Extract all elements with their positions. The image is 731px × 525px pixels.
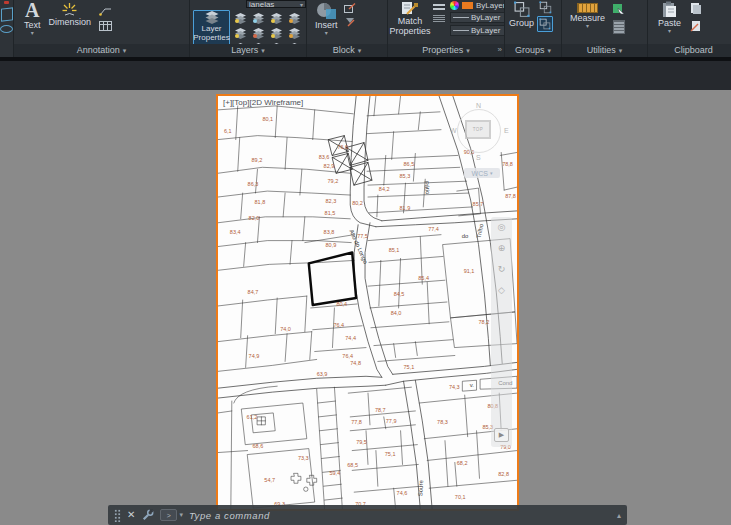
wcs-label: WCS bbox=[472, 170, 488, 177]
insert-button[interactable]: Insert ▾ bbox=[315, 0, 338, 36]
layer-unisolate-button[interactable] bbox=[268, 26, 284, 40]
chevron-down-icon: ▾ bbox=[261, 47, 265, 54]
viewcube-top-face[interactable]: TOP bbox=[465, 120, 491, 139]
paste-icon bbox=[662, 1, 677, 18]
block-attributes-button[interactable] bbox=[344, 17, 356, 28]
chevron-down-icon: ▾ bbox=[179, 511, 183, 519]
parcel-elevation-label: 78,7 bbox=[375, 407, 386, 413]
match-properties-label: Match Properties bbox=[390, 16, 431, 36]
layer-properties-button[interactable]: Layer Properties bbox=[193, 10, 230, 44]
linetype-dropdown[interactable]: ByLayer ▾ bbox=[450, 12, 504, 23]
viewport-controls-label[interactable]: [+][Top][2D Wireframe] bbox=[223, 98, 303, 107]
orbit-icon[interactable]: ↻ bbox=[498, 265, 506, 274]
chevron-down-icon: ▾ bbox=[619, 47, 623, 54]
linetype-list-icon[interactable] bbox=[433, 15, 445, 22]
cut-clip-button[interactable] bbox=[690, 20, 702, 32]
panel-title-layers[interactable]: Layers▾ bbox=[190, 44, 306, 57]
layer-properties-icon bbox=[204, 11, 220, 24]
lineweight-list-icon[interactable] bbox=[433, 4, 445, 12]
showmotion-button[interactable]: ▶ bbox=[494, 428, 509, 442]
copy-clip-button[interactable] bbox=[690, 2, 702, 15]
group-edit-icon bbox=[539, 18, 551, 30]
viewcube-north[interactable]: N bbox=[476, 102, 481, 109]
parcel-elevation-label: 77,8 bbox=[351, 419, 362, 425]
chevron-down-icon: ▾ bbox=[586, 23, 589, 29]
command-bar-grip[interactable] bbox=[114, 509, 121, 522]
record-icon bbox=[4, 1, 9, 4]
ribbon-lower-band bbox=[0, 61, 731, 90]
table-icon bbox=[99, 21, 112, 31]
group-edit-button[interactable] bbox=[537, 16, 553, 32]
panel-utilities: Measure ▾ Utilities▾ bbox=[562, 0, 648, 57]
recent-commands-dropdown[interactable]: > ▾ bbox=[160, 509, 183, 521]
viewcube-east[interactable]: E bbox=[504, 127, 509, 134]
parcel-elevation-label: 77,4 bbox=[428, 226, 439, 232]
layer-off-button[interactable] bbox=[232, 26, 248, 40]
customize-wrench-icon[interactable] bbox=[141, 509, 154, 522]
zoom-extents-icon[interactable]: ◇ bbox=[498, 286, 505, 295]
text-icon: A bbox=[25, 1, 39, 20]
pan-icon[interactable]: ⊕ bbox=[498, 244, 506, 253]
panel-title-label: Utilities bbox=[587, 45, 616, 55]
command-history-toggle[interactable]: ▴ bbox=[617, 511, 621, 520]
parcel-elevation-label: 74,4 bbox=[345, 335, 356, 341]
ellipse-tool-icon[interactable] bbox=[0, 25, 13, 33]
close-icon[interactable]: ✕ bbox=[127, 510, 135, 520]
panel-title-annotation[interactable]: Annotation▾ bbox=[14, 44, 189, 57]
match-properties-button[interactable]: Match Properties bbox=[392, 0, 428, 36]
edit-block-button[interactable] bbox=[344, 3, 356, 13]
chevron-down-icon: ▾ bbox=[123, 47, 127, 54]
panel-title-groups[interactable]: Groups▾ bbox=[505, 44, 561, 57]
text-button[interactable]: A Text ▾ bbox=[24, 0, 41, 36]
parcel-elevation-label: 80,1 bbox=[262, 116, 273, 122]
quick-select-icon bbox=[612, 3, 625, 15]
panel-title-utilities[interactable]: Utilities▾ bbox=[562, 44, 647, 57]
viewcube-west[interactable]: W bbox=[450, 127, 457, 134]
measure-button[interactable]: Measure ▾ bbox=[570, 0, 605, 29]
cut-clip-icon bbox=[690, 20, 702, 32]
selected-parcel[interactable] bbox=[309, 252, 356, 304]
layer-dropdown[interactable]: janelas ▾ bbox=[246, 0, 306, 8]
command-input[interactable]: Type a command bbox=[189, 510, 270, 521]
parcel-elevation-label: 85,1 bbox=[389, 247, 400, 253]
quick-select-button[interactable] bbox=[612, 3, 625, 15]
color-wheel-icon[interactable] bbox=[450, 1, 459, 10]
steering-wheel-icon[interactable]: ◎ bbox=[498, 223, 506, 232]
parcel-elevation-label: 61,2 bbox=[247, 414, 258, 420]
parcel-elevation-label: 85,3 bbox=[400, 173, 411, 179]
dimension-button[interactable]: Dimension bbox=[49, 0, 92, 27]
paste-button[interactable]: Paste ▾ bbox=[658, 0, 681, 34]
layer-lock-button[interactable] bbox=[286, 11, 302, 25]
layer-thaw-button[interactable] bbox=[250, 26, 266, 40]
panel-title-block[interactable]: Block▾ bbox=[307, 44, 387, 57]
drawing-viewport[interactable]: 80,16,189,286,381,882,083,476,683,682,97… bbox=[216, 94, 519, 511]
measure-icon bbox=[577, 3, 598, 13]
group-button[interactable]: Group bbox=[509, 0, 534, 28]
layer-unlock-button[interactable] bbox=[286, 26, 302, 40]
leader-button[interactable] bbox=[99, 6, 112, 16]
parcel-elevation-label: 76,6 bbox=[337, 144, 348, 150]
panel-title-label: Groups bbox=[515, 45, 545, 55]
ungroup-icon bbox=[539, 1, 552, 14]
layer-properties-label: Layer Properties bbox=[193, 24, 229, 42]
color-swatch[interactable] bbox=[462, 2, 473, 9]
quick-calculator-icon[interactable] bbox=[613, 20, 625, 34]
panel-title-clipboard[interactable]: Clipboard bbox=[648, 44, 731, 57]
viewcube-south[interactable]: S bbox=[476, 154, 481, 161]
layer-on-button[interactable] bbox=[232, 11, 248, 25]
panel-title-properties[interactable]: Properties▾ » bbox=[388, 44, 504, 57]
layer-freeze-button[interactable] bbox=[250, 11, 266, 25]
parcel-elevation-label: 73,3 bbox=[298, 455, 309, 461]
panel-title-label: Annotation bbox=[77, 45, 120, 55]
table-button[interactable] bbox=[99, 21, 112, 31]
parcel-elevation-label: 74,3 bbox=[449, 384, 460, 390]
wcs-dropdown[interactable]: WCS ▾ bbox=[464, 168, 500, 178]
lineweight-dropdown[interactable]: ByLayer ▾ bbox=[450, 25, 504, 36]
parcel-elevation-label: 76,4 bbox=[342, 353, 353, 359]
box-tool-icon[interactable] bbox=[1, 7, 13, 21]
panel-overflow-icon[interactable]: » bbox=[498, 44, 502, 56]
ungroup-button[interactable] bbox=[539, 1, 552, 14]
layer-isolate-button[interactable] bbox=[268, 11, 284, 25]
parcel-elevation-label: 80,9 bbox=[326, 242, 337, 248]
navigation-bar: ◎ ⊕ ↻ ◇ ▶ bbox=[491, 217, 512, 447]
